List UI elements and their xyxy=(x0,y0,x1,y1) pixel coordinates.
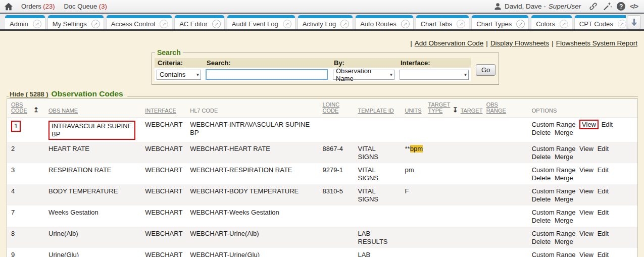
option-merge[interactable]: Merge xyxy=(555,174,573,182)
option-edit[interactable]: Edit xyxy=(598,187,609,195)
open-in-new-window-icon[interactable]: ↗ xyxy=(340,20,349,28)
option-custom-range[interactable]: Custom Range xyxy=(532,145,576,152)
option-merge[interactable]: Merge xyxy=(555,195,573,203)
column-label-loinc_code[interactable]: LOINC CODE xyxy=(322,101,339,114)
criteria-select[interactable]: Contains ▾ xyxy=(157,70,201,80)
interface-select[interactable]: ▾ xyxy=(400,70,469,80)
option-merge[interactable]: Merge xyxy=(555,153,573,161)
option-edit[interactable]: Edit xyxy=(602,121,613,128)
option-view[interactable]: View xyxy=(579,209,593,216)
search-input[interactable] xyxy=(206,69,328,80)
option-edit[interactable]: Edit xyxy=(598,251,609,257)
column-label-target_type[interactable]: TARGET TYPE xyxy=(428,101,451,114)
cell-hl7_code: WEBCHART-HEART RATE xyxy=(186,142,318,163)
tab-admin[interactable]: Admin↗ xyxy=(5,15,45,29)
open-in-new-window-icon[interactable]: ↗ xyxy=(457,20,465,28)
tab-auto-routes[interactable]: Auto Routes↗ xyxy=(356,15,413,29)
home-icon xyxy=(4,3,13,11)
criteria-label: Criteria: xyxy=(155,58,204,68)
quick-link-add-observation-code[interactable]: Add Observation Code xyxy=(415,39,484,47)
column-label-obs_code[interactable]: OBS CODE xyxy=(11,101,27,114)
option-delete[interactable]: Delete xyxy=(532,174,551,182)
column-label-interface[interactable]: INTERFACE xyxy=(145,108,176,114)
option-view[interactable]: View xyxy=(579,187,593,195)
cell-template_id xyxy=(354,205,401,227)
tab-activity-log[interactable]: Activity Log↗ xyxy=(298,15,353,29)
option-merge[interactable]: Merge xyxy=(555,217,573,224)
option-delete[interactable]: Delete xyxy=(532,153,551,161)
topbar-nav-doc-queue[interactable]: Doc Queue (3) xyxy=(64,3,107,10)
option-edit[interactable]: Edit xyxy=(598,166,609,174)
topbar-nav: Orders (23)Doc Queue (3) xyxy=(21,3,116,10)
quick-link-display-flowsheets[interactable]: Display Flowsheets xyxy=(490,39,549,47)
column-label-template_id[interactable]: TEMPLATE ID xyxy=(358,108,394,114)
option-view[interactable]: View xyxy=(579,230,593,237)
help-icon[interactable]: ? xyxy=(617,2,625,11)
sort-ascending-icon[interactable]: ↥ xyxy=(33,106,39,114)
open-in-new-window-icon[interactable]: ↗ xyxy=(91,20,100,28)
tab-cpt-codes[interactable]: CPT Codes↗ xyxy=(575,15,626,29)
go-button[interactable]: Go xyxy=(476,64,496,76)
option-edit[interactable]: Edit xyxy=(598,145,609,152)
open-in-new-window-icon[interactable]: ↗ xyxy=(560,20,568,28)
nav-label: Doc Queue xyxy=(64,3,98,10)
cell-obs_code: 1 xyxy=(7,118,29,142)
tab-chart-tabs[interactable]: Chart Tabs↗ xyxy=(416,15,469,29)
option-custom-range[interactable]: Custom Range xyxy=(532,166,576,174)
hl7-code-text: WEBCHART-RESPIRATION RATE xyxy=(190,166,292,174)
option-delete[interactable]: Delete xyxy=(532,195,551,203)
wand-icon[interactable] xyxy=(603,2,612,11)
open-in-new-window-icon[interactable]: ↗ xyxy=(618,20,626,28)
column-label-units[interactable]: UNITS xyxy=(405,108,422,114)
sort-descending-icon[interactable]: ↧ xyxy=(453,106,458,114)
tab-colors[interactable]: Colors↗ xyxy=(531,15,572,29)
cell-target_type xyxy=(424,184,449,205)
by-select[interactable]: Observation Name ▾ xyxy=(333,70,394,80)
option-delete[interactable]: Delete xyxy=(532,217,551,224)
tab-audit-event-log[interactable]: Audit Event Log↗ xyxy=(227,15,295,29)
column-label-target[interactable]: TARGET xyxy=(461,108,483,114)
code-icon[interactable]: </> xyxy=(630,3,638,10)
option-view[interactable]: View xyxy=(579,166,593,174)
dropdown-arrow-icon: ▾ xyxy=(464,72,467,77)
open-in-new-window-icon[interactable]: ↗ xyxy=(212,20,221,28)
tab-my-settings[interactable]: My Settings↗ xyxy=(48,15,104,29)
cell-hl7_code: WEBCHART-Weeks Gestation xyxy=(186,205,318,227)
option-custom-range[interactable]: Custom Range xyxy=(532,251,576,257)
topbar-nav-orders[interactable]: Orders (23) xyxy=(21,3,55,10)
option-custom-range[interactable]: Custom Range xyxy=(532,187,576,195)
tab-access-control[interactable]: Access Control↗ xyxy=(107,15,172,29)
tab-label: Audit Event Log xyxy=(232,20,278,28)
link-icon[interactable] xyxy=(588,2,598,11)
option-merge[interactable]: Merge xyxy=(555,238,573,245)
option-custom-range[interactable]: Custom Range xyxy=(532,209,576,216)
option-delete[interactable]: Delete xyxy=(532,129,551,136)
option-edit[interactable]: Edit xyxy=(598,209,609,216)
options-links: Custom Range View Edit Delete Merge xyxy=(532,251,633,257)
option-edit[interactable]: Edit xyxy=(598,230,609,237)
home-button[interactable] xyxy=(4,3,13,11)
tab-scroll-button[interactable] xyxy=(627,15,641,29)
open-in-new-window-icon[interactable]: ↗ xyxy=(516,20,525,28)
column-header-template_id: TEMPLATE ID xyxy=(354,99,401,118)
option-view[interactable]: View xyxy=(579,145,593,152)
option-custom-range[interactable]: Custom Range xyxy=(532,121,576,128)
tab-chart-types[interactable]: Chart Types↗ xyxy=(472,15,528,29)
hide-link[interactable]: Hide ( 5288 ) xyxy=(10,90,48,98)
option-view[interactable]: View xyxy=(579,120,599,129)
column-label-obs_name[interactable]: OBS NAME xyxy=(48,108,78,114)
user-icon xyxy=(493,2,502,11)
quick-link-flowsheets-system-report[interactable]: Flowsheets System Report xyxy=(556,39,637,47)
option-merge[interactable]: Merge xyxy=(555,129,573,136)
open-in-new-window-icon[interactable]: ↗ xyxy=(283,20,291,28)
option-custom-range[interactable]: Custom Range xyxy=(532,230,576,237)
option-view[interactable]: View xyxy=(579,251,593,257)
open-in-new-window-icon[interactable]: ↗ xyxy=(160,20,168,28)
cell-sort_desc xyxy=(449,142,457,163)
option-delete[interactable]: Delete xyxy=(532,238,551,245)
open-in-new-window-icon[interactable]: ↗ xyxy=(33,20,41,28)
legend-border-right xyxy=(127,96,638,97)
open-in-new-window-icon[interactable]: ↗ xyxy=(401,20,410,28)
tab-ac-editor[interactable]: AC Editor↗ xyxy=(175,15,224,29)
column-label-obs_range[interactable]: OBS RANGE xyxy=(486,101,509,114)
